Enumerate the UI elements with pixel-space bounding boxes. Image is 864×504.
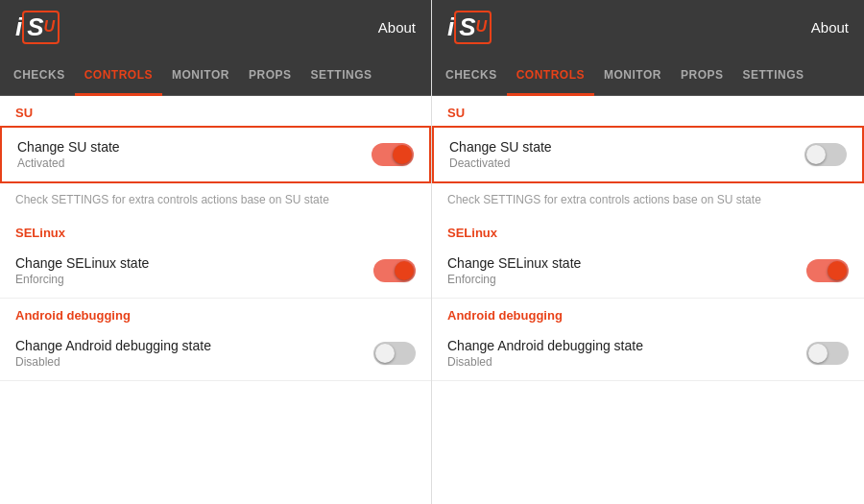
tab-settings[interactable]: SETTINGS — [300, 54, 381, 96]
section-note: Check SETTINGS for extra controls action… — [0, 185, 431, 216]
tab-props[interactable]: PROPS — [671, 54, 733, 96]
setting-row: Change Android debugging stateDisabled — [432, 326, 864, 381]
logo-bordered: SU — [454, 11, 492, 44]
setting-row: Change SU stateDeactivated — [432, 126, 864, 183]
app-header: i SU About — [432, 0, 864, 54]
tab-monitor[interactable]: MONITOR — [594, 54, 671, 96]
toggle-knob — [808, 344, 828, 363]
toggle-switch[interactable] — [806, 259, 849, 282]
toggle-knob — [395, 261, 414, 280]
panel-right: i SU AboutCHECKSCONTROLSMONITORPROPSSETT… — [432, 0, 864, 504]
tab-monitor[interactable]: MONITOR — [162, 54, 239, 96]
toggle-switch[interactable] — [806, 342, 849, 365]
setting-row: Change SELinux stateEnforcing — [0, 244, 431, 299]
setting-row: Change SU stateActivated — [0, 126, 431, 183]
app-logo: i SU — [15, 11, 60, 44]
section-label-su: SU — [0, 96, 431, 124]
setting-subtitle: Disabled — [447, 355, 806, 369]
toggle-switch[interactable] — [373, 342, 416, 365]
content-area: SUChange SU stateActivatedCheck SETTINGS… — [0, 96, 431, 504]
section-label-selinux: SELinux — [432, 216, 864, 244]
setting-info: Change Android debugging stateDisabled — [15, 338, 373, 369]
setting-info: Change SELinux stateEnforcing — [15, 255, 373, 286]
logo-s: S — [459, 12, 475, 42]
setting-subtitle: Deactivated — [449, 156, 804, 170]
panel-left: i SU AboutCHECKSCONTROLSMONITORPROPSSETT… — [0, 0, 432, 504]
section-note: Check SETTINGS for extra controls action… — [432, 185, 864, 216]
logo-u: U — [44, 19, 56, 35]
section-label-selinux: SELinux — [0, 216, 431, 244]
setting-subtitle: Activated — [17, 156, 372, 170]
setting-title: Change SELinux state — [15, 255, 373, 271]
tab-controls[interactable]: CONTROLS — [507, 54, 594, 96]
about-button[interactable]: About — [378, 19, 416, 36]
toggle-knob — [806, 145, 826, 164]
tab-checks[interactable]: CHECKS — [4, 54, 75, 96]
tab-controls[interactable]: CONTROLS — [75, 54, 162, 96]
setting-subtitle: Disabled — [15, 355, 373, 369]
logo-i: i — [15, 12, 22, 42]
tab-checks[interactable]: CHECKS — [436, 54, 507, 96]
toggle-switch[interactable] — [804, 143, 847, 166]
app-logo: i SU — [447, 11, 492, 44]
setting-info: Change SU stateDeactivated — [449, 139, 804, 170]
tab-settings[interactable]: SETTINGS — [732, 54, 813, 96]
toggle-knob — [375, 344, 395, 363]
section-label-android-debugging: Android debugging — [0, 299, 431, 326]
setting-title: Change SU state — [449, 139, 804, 155]
setting-info: Change SU stateActivated — [17, 139, 372, 170]
setting-title: Change Android debugging state — [447, 338, 806, 353]
toggle-switch[interactable] — [373, 259, 416, 282]
logo-s: S — [27, 12, 43, 42]
setting-title: Change Android debugging state — [15, 338, 373, 353]
section-label-android-debugging: Android debugging — [432, 299, 864, 326]
setting-row: Change SELinux stateEnforcing — [432, 244, 864, 299]
nav-tabs: CHECKSCONTROLSMONITORPROPSSETTINGS — [432, 54, 864, 96]
content-area: SUChange SU stateDeactivatedCheck SETTIN… — [432, 96, 864, 504]
toggle-switch[interactable] — [372, 143, 414, 166]
setting-subtitle: Enforcing — [447, 273, 806, 286]
setting-row: Change Android debugging stateDisabled — [0, 326, 431, 381]
about-button[interactable]: About — [811, 19, 849, 36]
toggle-knob — [393, 145, 412, 164]
nav-tabs: CHECKSCONTROLSMONITORPROPSSETTINGS — [0, 54, 431, 96]
setting-info: Change SELinux stateEnforcing — [447, 255, 806, 286]
logo-bordered: SU — [22, 11, 60, 44]
logo-u: U — [476, 19, 488, 35]
logo-i: i — [447, 12, 454, 42]
toggle-knob — [828, 261, 847, 280]
setting-title: Change SELinux state — [447, 255, 806, 271]
setting-title: Change SU state — [17, 139, 372, 155]
app-header: i SU About — [0, 0, 431, 54]
tab-props[interactable]: PROPS — [239, 54, 301, 96]
setting-info: Change Android debugging stateDisabled — [447, 338, 806, 369]
setting-subtitle: Enforcing — [15, 273, 373, 286]
section-label-su: SU — [432, 96, 864, 124]
